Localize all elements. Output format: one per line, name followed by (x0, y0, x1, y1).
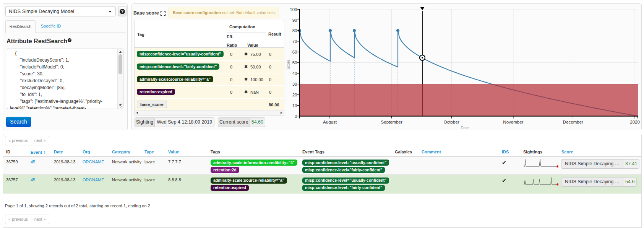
svg-text:Score: Score (286, 60, 290, 70)
svg-text:August: August (323, 120, 337, 124)
svg-text:60: 60 (292, 50, 297, 54)
svg-text:100: 100 (290, 7, 297, 12)
svg-text:80: 80 (292, 28, 297, 33)
svg-text:0: 0 (295, 114, 297, 119)
svg-text:50: 50 (292, 60, 297, 65)
svg-text:90: 90 (292, 18, 297, 23)
svg-text:20: 20 (292, 93, 297, 97)
svg-text:70: 70 (292, 39, 297, 44)
svg-text:December: December (563, 120, 583, 124)
svg-text:October: October (444, 120, 459, 124)
svg-text:40: 40 (292, 71, 297, 76)
svg-text:30: 30 (292, 82, 297, 86)
svg-text:2020: 2020 (630, 120, 640, 124)
svg-text:10: 10 (292, 103, 297, 108)
svg-text:Date: Date (461, 126, 469, 130)
svg-text:September: September (381, 120, 402, 124)
svg-text:November: November (503, 120, 523, 124)
